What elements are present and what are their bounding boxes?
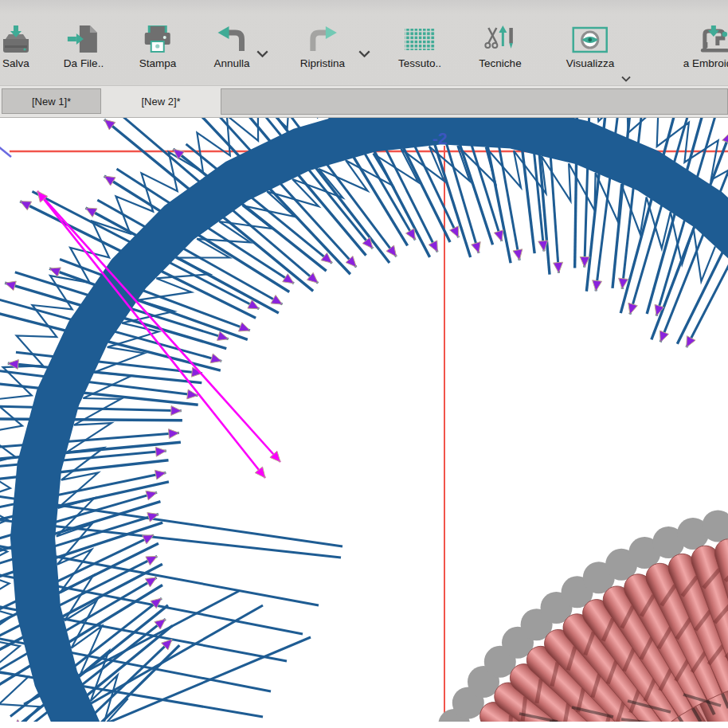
toolbar-label: Da File..: [64, 57, 104, 69]
toolbar-label: Stampa: [139, 57, 177, 69]
view-dropdown-chevron[interactable]: [621, 71, 631, 85]
tab-new-1[interactable]: [New 1]*: [2, 88, 101, 114]
toolbar-label: Salva: [2, 57, 29, 69]
undo-icon: [214, 19, 249, 56]
tab-new-2[interactable]: [New 2]*: [101, 88, 221, 114]
tab-label: [New 1]*: [32, 96, 71, 108]
toolbar-button-tecniche[interactable]: Tecniche: [479, 19, 521, 69]
toolbar-label: a Embroidery: [683, 57, 728, 69]
toolbar-button-annulla[interactable]: Annulla: [213, 19, 249, 69]
toolbar-button-visualizza[interactable]: Visualizza: [566, 19, 615, 69]
toolbar-button-a-embroidery[interactable]: a Embroidery: [683, 19, 728, 69]
toolbar: Salva Da File.. Stampa: [0, 0, 728, 86]
embroidery-machine-icon: [698, 19, 728, 56]
import-file-icon: [67, 19, 100, 56]
embroidery-design-viewport[interactable]: -2: [0, 118, 728, 728]
design-canvas[interactable]: -2: [0, 118, 728, 728]
redo-icon: [305, 19, 340, 56]
print-icon: [140, 19, 175, 56]
satin-flower-render: [425, 511, 728, 728]
techniques-icon: [483, 19, 517, 56]
toolbar-label: Visualizza: [566, 57, 615, 69]
document-tabbar: [New 1]* [New 2]*: [0, 86, 728, 118]
toolbar-label: Tecniche: [479, 57, 521, 69]
canvas-bottom-margin: [0, 722, 728, 728]
tabbar-empty-area: [221, 88, 728, 115]
view-icon: [572, 19, 609, 56]
toolbar-button-ripristina[interactable]: Ripristina: [300, 19, 345, 69]
toolbar-button-stampa[interactable]: Stampa: [139, 19, 177, 69]
tab-label: [New 2]*: [141, 96, 180, 108]
redo-dropdown-chevron[interactable]: [358, 46, 370, 61]
hoop-coordinate-label: -2: [432, 129, 448, 147]
toolbar-label: Ripristina: [300, 57, 345, 69]
toolbar-button-tessuto[interactable]: Tessuto..: [398, 19, 441, 69]
undo-dropdown-chevron[interactable]: [256, 46, 268, 61]
toolbar-button-da-file[interactable]: Da File..: [64, 19, 104, 69]
toolbar-label: Annulla: [213, 57, 249, 69]
fabric-icon: [402, 19, 437, 56]
toolbar-label: Tessuto..: [398, 57, 441, 69]
toolbar-button-salva[interactable]: Salva: [0, 19, 33, 69]
save-icon: [0, 19, 33, 56]
